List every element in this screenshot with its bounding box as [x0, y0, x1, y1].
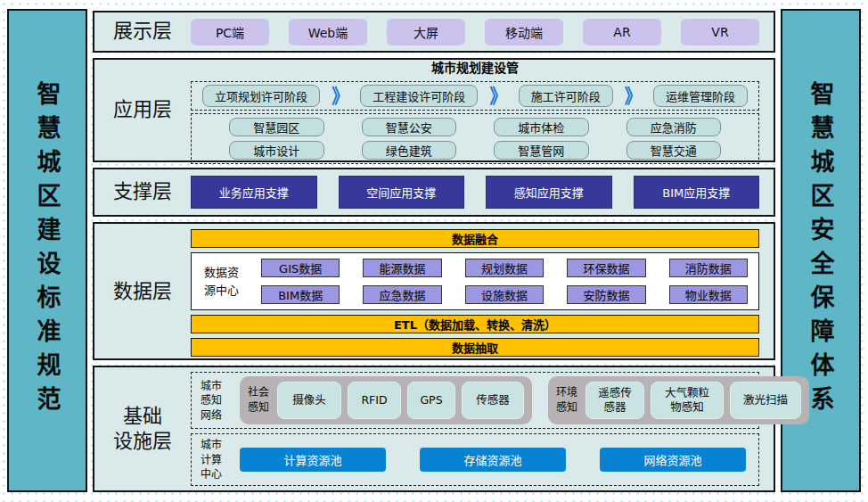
presentation-layer-label: 展示层	[94, 19, 191, 45]
sensing-network-label: 城市 感知 网络	[201, 379, 233, 423]
sensor-generic: 传感器	[462, 382, 524, 419]
app-smart-police: 智慧公安	[362, 118, 457, 136]
network-pool: 网络资源池	[600, 448, 746, 472]
presentation-item-web: Web端	[289, 19, 367, 45]
infrastructure-layer-label: 基础 设施层	[94, 404, 191, 455]
dataset-emergency: 应急数据	[363, 285, 441, 304]
app-city-checkup: 城市体检	[494, 118, 589, 136]
presentation-item-pc: PC端	[191, 19, 269, 45]
city-compute-center: 城市 计算 中心 计算资源池 存储资源池 网络资源池	[191, 433, 759, 486]
data-extract-bar: 数据抽取	[191, 338, 759, 357]
data-resource-center-label: 数据资 源中心	[204, 264, 250, 299]
presentation-item-vr: VR	[681, 19, 759, 45]
chevron-right-icon: 》	[489, 86, 506, 106]
support-business: 业务应用支撑	[191, 176, 317, 209]
presentation-items: PC端 Web端 大屏 移动端 AR VR	[191, 19, 774, 45]
compute-center-label: 城市 计算 中心	[201, 438, 233, 481]
support-items: 业务应用支撑 空间应用支撑 感知应用支撑 BIM应用支撑	[191, 176, 774, 209]
presentation-item-ar: AR	[583, 19, 661, 45]
sensor-camera: 摄像头	[277, 382, 341, 419]
application-title: 城市规划建设管	[191, 56, 759, 78]
dataset-gis: GIS数据	[261, 259, 340, 277]
support-spatial: 空间应用支撑	[339, 176, 465, 209]
stage-construction-permit: 工程建设许可阶段	[360, 85, 478, 107]
application-layer: 应用层 城市规划建设管 立项规划许可阶段 》 工程建设许可阶段 》 施工许可阶段…	[93, 58, 775, 162]
compute-pool: 计算资源池	[240, 448, 386, 472]
presentation-item-bigscreen: 大屏	[387, 19, 465, 45]
app-green-building: 绿色建筑	[362, 141, 457, 160]
sensor-laser-scan: 激光扫描	[730, 382, 801, 419]
application-content: 城市规划建设管 立项规划许可阶段 》 工程建设许可阶段 》 施工许可阶段 》 运…	[191, 54, 774, 166]
layer-stack: 展示层 PC端 Web端 大屏 移动端 AR VR 应用层 城市规划建设管 立项…	[93, 11, 775, 492]
social-sensing-label: 社会 感知	[248, 385, 271, 416]
presentation-item-mobile: 移动端	[485, 19, 563, 45]
left-banner: 智慧城区建设标准规范	[7, 9, 87, 492]
data-resource-center: 数据资 源中心 GIS数据 能源数据 规划数据 环保数据 消防数据 BIM数据 …	[191, 252, 759, 310]
data-content: 数据融合 数据资 源中心 GIS数据 能源数据 规划数据 环保数据 消防数据 B…	[191, 224, 774, 358]
data-fusion-bar: 数据融合	[191, 229, 759, 248]
app-smart-traffic: 智慧交通	[626, 141, 722, 160]
support-bim: BIM应用支撑	[634, 176, 760, 209]
environment-sensing-group: 环境 感知 遥感传 感器 大气颗粒 物感知 激光扫描	[548, 376, 809, 424]
etl-bar: ETL（数据加载、转换、清洗）	[191, 315, 759, 333]
stage-work-permit: 施工许可阶段	[519, 85, 613, 107]
dataset-fire: 消防数据	[669, 259, 748, 277]
resource-pools: 计算资源池 存储资源池 网络资源池	[240, 448, 749, 472]
chevron-right-icon: 》	[332, 86, 348, 106]
application-layer-label: 应用层	[94, 97, 191, 123]
support-layer: 支撑层 业务应用支撑 空间应用支撑 感知应用支撑 BIM应用支撑	[93, 168, 775, 217]
app-urban-design: 城市设计	[229, 141, 324, 160]
dataset-environment: 环保数据	[567, 259, 645, 277]
infrastructure-layer: 基础 设施层 城市 感知 网络 社会 感知 摄像头 RFID GPS 传感器 环…	[93, 366, 775, 492]
chevron-right-icon: 》	[625, 86, 642, 106]
dataset-facility: 设施数据	[465, 285, 544, 304]
sensor-particulate: 大气颗粒 物感知	[651, 382, 724, 419]
stage-approval: 立项规划许可阶段	[202, 85, 320, 107]
support-layer-label: 支撑层	[94, 179, 191, 205]
storage-pool: 存储资源池	[420, 448, 566, 472]
dataset-bim: BIM数据	[261, 285, 340, 304]
presentation-layer: 展示层 PC端 Web端 大屏 移动端 AR VR	[93, 11, 775, 53]
infrastructure-content: 城市 感知 网络 社会 感知 摄像头 RFID GPS 传感器 环境 感知 遥感…	[191, 367, 774, 490]
social-sensing-group: 社会 感知 摄像头 RFID GPS 传感器	[240, 376, 532, 424]
environment-sensing-label: 环境 感知	[556, 385, 579, 416]
dataset-grid: GIS数据 能源数据 规划数据 环保数据 消防数据 BIM数据 应急数据 设施数…	[261, 259, 748, 304]
app-grid: 智慧园区 智慧公安 城市体检 应急消防 城市设计 绿色建筑 智慧管网 智慧交通	[191, 113, 759, 164]
app-smart-pipeline: 智慧管网	[494, 141, 589, 160]
dataset-planning: 规划数据	[465, 259, 544, 277]
stage-flow: 立项规划许可阶段 》 工程建设许可阶段 》 施工许可阶段 》 运维管理阶段	[191, 81, 759, 111]
sensor-remote-sensing: 遥感传 感器	[585, 382, 644, 419]
right-banner-text: 智慧城区安全保障体系	[809, 81, 833, 420]
data-layer: 数据层 数据融合 数据资 源中心 GIS数据 能源数据 规划数据 环保数据 消防…	[93, 222, 775, 360]
data-layer-label: 数据层	[94, 279, 191, 305]
city-sensing-network: 城市 感知 网络 社会 感知 摄像头 RFID GPS 传感器 环境 感知 遥感…	[191, 372, 759, 429]
dataset-property: 物业数据	[669, 285, 748, 304]
left-banner-text: 智慧城区建设标准规范	[36, 81, 60, 420]
support-sensing: 感知应用支撑	[486, 176, 612, 209]
smart-city-architecture-diagram: 智慧城区建设标准规范 智慧城区安全保障体系 展示层 PC端 Web端 大屏 移动…	[0, 0, 868, 502]
dataset-energy: 能源数据	[363, 259, 441, 277]
stage-operations: 运维管理阶段	[653, 85, 748, 107]
sensor-rfid: RFID	[348, 382, 401, 419]
app-emergency-fire: 应急消防	[626, 118, 722, 136]
sensor-gps: GPS	[407, 382, 455, 419]
dataset-security: 安防数据	[567, 285, 645, 304]
app-smart-park: 智慧园区	[229, 118, 324, 136]
